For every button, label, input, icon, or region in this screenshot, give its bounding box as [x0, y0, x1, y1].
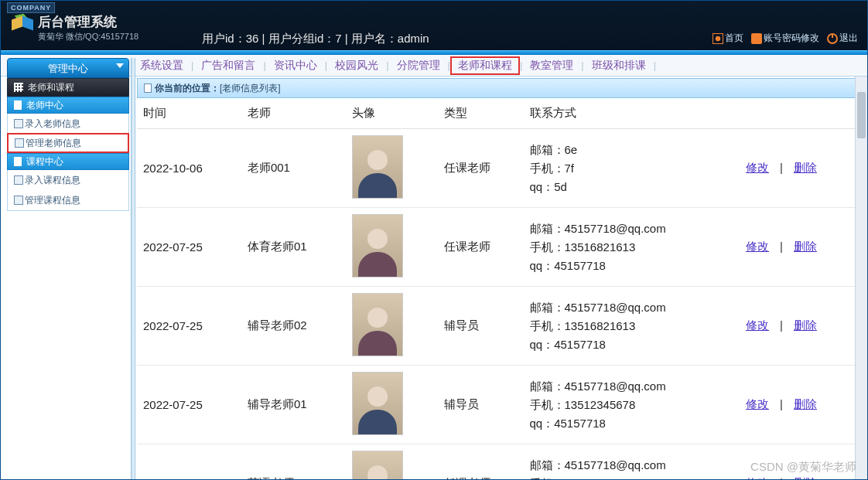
splitter[interactable]: [131, 58, 135, 479]
company-tag: COMPANY: [7, 1, 55, 12]
sidebar-group-teacher-label: 老师中心: [26, 97, 63, 114]
sidebar-section[interactable]: 老师和课程: [7, 78, 129, 97]
cell-contact: 邮箱：45157718@qq.com手机：13516821613qq：45157…: [524, 208, 740, 287]
sidebar-item-label: 管理课程信息: [25, 190, 80, 210]
top-header: COMPANY 后台管理系统 黄菊华 微信/QQ:45157718 用户id：3…: [1, 1, 867, 50]
sidebar-header-label: 管理中心: [48, 63, 88, 74]
cell-contact: 邮箱：45157718@qq.com手机：13512345678qq：45157…: [524, 366, 740, 444]
tab-news[interactable]: 资讯中心: [266, 59, 325, 73]
cell-avatar: [346, 444, 438, 481]
cell-type: 辅导员: [438, 366, 524, 444]
breadcrumb: 你当前的位置： [老师信息列表]: [137, 78, 861, 98]
watermark: CSDN @黄菊华老师: [750, 460, 856, 475]
cell-contact: 邮箱：45157718@qq.com手机：13516821613qq：45157…: [524, 287, 740, 366]
edit-link[interactable]: 修改: [746, 397, 769, 410]
cell-actions: 修改|删除: [740, 129, 861, 208]
tab-system[interactable]: 系统设置: [132, 59, 191, 73]
home-icon: [713, 33, 723, 44]
scrollbar[interactable]: [855, 77, 867, 479]
cell-actions: 修改|删除: [740, 366, 861, 444]
cell-type: 任课老师: [438, 444, 524, 481]
sidebar-group-teacher[interactable]: 老师中心: [7, 97, 129, 114]
logo-icon: [12, 15, 33, 36]
table-row: 2022-07-25辅导老师02辅导员邮箱：45157718@qq.com手机：…: [137, 287, 861, 366]
sidebar-item-label: 管理老师信息: [26, 133, 81, 153]
cell-contact: 邮箱：6e手机：7fqq：5d: [524, 129, 740, 208]
cell-teacher: 体育老师01: [241, 208, 346, 287]
cell-actions: 修改|删除: [740, 208, 861, 287]
logout-label: 退出: [839, 32, 858, 45]
password-link[interactable]: 账号密码修改: [748, 30, 822, 46]
edit-link[interactable]: 修改: [746, 476, 769, 480]
cell-time: 2022-07-25: [137, 287, 241, 366]
sidebar-item-label: 录入老师信息: [25, 114, 80, 134]
avatar-image: [352, 451, 403, 480]
cell-teacher: 辅导老师02: [241, 287, 346, 366]
avatar-image: [352, 293, 403, 356]
cell-contact: 邮箱：45157718@qq.com手机：13512345678qq：45157…: [524, 444, 740, 481]
cell-actions: 修改|删除: [740, 287, 861, 366]
sidebar-item-add-teacher[interactable]: 录入老师信息: [8, 114, 128, 134]
sidebar-item-label: 录入课程信息: [25, 170, 80, 190]
app-title: 后台管理系统: [38, 13, 138, 31]
cell-avatar: [346, 208, 438, 287]
breadcrumb-label: 你当前的位置：: [155, 78, 220, 98]
cell-time: 2022-07-25: [137, 366, 241, 444]
edit-link[interactable]: 修改: [746, 240, 769, 253]
sidebar-section-label: 老师和课程: [28, 78, 74, 97]
scrollbar-thumb[interactable]: [857, 92, 866, 138]
cell-avatar: [346, 129, 438, 208]
delete-link[interactable]: 删除: [794, 161, 817, 174]
tab-ads[interactable]: 广告和留言: [193, 59, 263, 73]
col-time: 时间: [137, 98, 241, 129]
col-teacher: 老师: [241, 98, 346, 129]
cell-time: 2022-07-25: [137, 444, 241, 481]
user-info: 用户id：36 | 用户分组id：7 | 用户名：admin: [202, 32, 429, 46]
sidebar-item-manage-teacher[interactable]: 管理老师信息: [7, 133, 129, 153]
grid-icon: [14, 83, 23, 92]
edit-link[interactable]: 修改: [746, 161, 769, 174]
col-avatar: 头像: [346, 98, 438, 129]
cell-avatar: [346, 287, 438, 366]
sidebar-group-course-label: 课程中心: [26, 153, 63, 170]
avatar-image: [352, 214, 403, 277]
company-tag-text: COMPANY: [7, 2, 55, 13]
lock-icon: [751, 33, 762, 44]
logout-link[interactable]: 退出: [824, 30, 861, 46]
sidebar-item-add-course[interactable]: 录入课程信息: [8, 170, 128, 190]
cell-time: 2022-10-06: [137, 129, 241, 208]
col-actions: [740, 98, 861, 129]
cell-time: 2022-07-25: [137, 208, 241, 287]
password-label: 账号密码修改: [764, 32, 819, 45]
sidebar-item-manage-course[interactable]: 管理课程信息: [8, 190, 128, 210]
delete-link[interactable]: 删除: [794, 397, 817, 410]
sidebar-group-course[interactable]: 课程中心: [7, 153, 129, 170]
cell-teacher: 老师001: [241, 129, 346, 208]
cell-avatar: [346, 366, 438, 444]
cell-type: 任课老师: [438, 208, 524, 287]
home-link[interactable]: 首页: [709, 30, 747, 46]
cell-teacher: 英语老师01: [241, 444, 346, 481]
home-label: 首页: [725, 32, 743, 45]
delete-link[interactable]: 删除: [794, 476, 817, 480]
tab-teacher-course[interactable]: 老师和课程: [450, 56, 520, 75]
delete-link[interactable]: 删除: [794, 240, 817, 253]
tab-class-schedule[interactable]: 班级和排课: [584, 59, 654, 73]
table-row: 2022-07-25体育老师01任课老师邮箱：45157718@qq.com手机…: [137, 208, 861, 287]
app-sub: 黄菊华 微信/QQ:45157718: [38, 31, 138, 43]
doc-icon: [14, 100, 22, 110]
tab-branch[interactable]: 分院管理: [389, 59, 448, 73]
tab-campus[interactable]: 校园风光: [327, 59, 386, 73]
tab-classroom[interactable]: 教室管理: [522, 59, 581, 73]
col-type: 类型: [438, 98, 524, 129]
cell-type: 辅导员: [438, 287, 524, 366]
teacher-table: 时间 老师 头像 类型 联系方式 2022-10-06老师001任课老师邮箱：6…: [137, 98, 861, 480]
cell-teacher: 辅导老师01: [241, 366, 346, 444]
doc-icon: [14, 157, 22, 166]
table-row: 2022-10-06老师001任课老师邮箱：6e手机：7fqq：5d修改|删除: [137, 129, 861, 208]
edit-link[interactable]: 修改: [746, 318, 769, 332]
delete-link[interactable]: 删除: [794, 318, 817, 332]
sidebar-header[interactable]: 管理中心: [7, 58, 129, 78]
col-contact: 联系方式: [524, 98, 740, 129]
avatar-image: [352, 135, 403, 199]
